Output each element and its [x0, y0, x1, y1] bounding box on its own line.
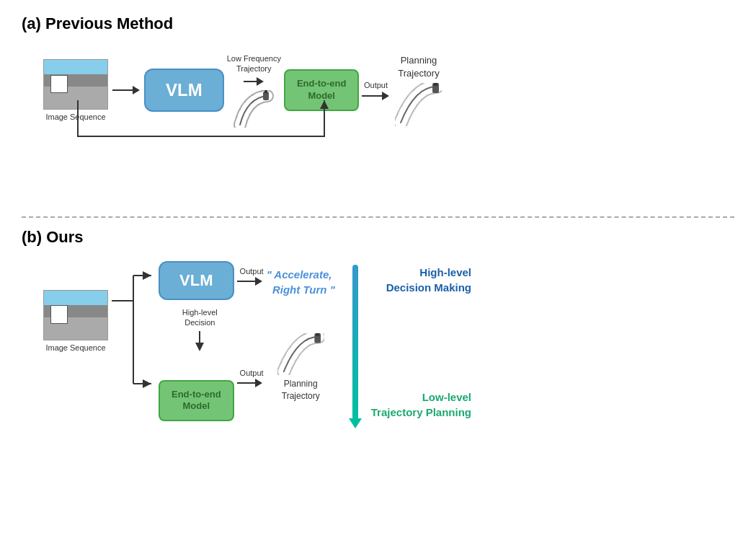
- high-level-making-label: High-levelDecision Making: [371, 265, 471, 295]
- planning-traj-label-a: PlanningTrajectory: [398, 54, 439, 80]
- svg-rect-3: [434, 83, 437, 86]
- part-b-e2e-box: End-to-endModel: [159, 380, 234, 422]
- part-b-image-group: Image Sequence: [43, 290, 108, 352]
- planning-traj-a: PlanningTrajectory: [395, 54, 442, 126]
- part-b-image-label: Image Sequence: [45, 343, 105, 352]
- svg-rect-15: [316, 333, 319, 336]
- section-divider: [22, 216, 734, 218]
- part-a-vlm-box: VLM: [144, 69, 224, 112]
- svg-marker-13: [195, 343, 204, 351]
- down-arrow-hl: [194, 331, 205, 351]
- diagram-container: (a) Previous Method Image Sequence VLM: [0, 0, 756, 546]
- part-b-label: (b) Ours: [22, 228, 734, 247]
- arrow-1a: [112, 86, 140, 94]
- planning-traj-label-b: PlanningTrajectory: [282, 378, 320, 402]
- hl-decision-label-b: High-levelDecision: [166, 307, 234, 351]
- far-right-labels: High-levelDecision Making Low-levelTraje…: [371, 265, 471, 420]
- part-a-label: (a) Previous Method: [22, 14, 734, 33]
- output-label-a: Output: [364, 81, 388, 89]
- part-a-e2e-box: End-to-endModel: [284, 69, 360, 111]
- vlm-output-group: Output: [237, 267, 264, 286]
- lf-traj-label: Low FrequencyTrajectory: [227, 53, 281, 74]
- output-arrows-b: Output Output: [237, 267, 264, 387]
- vert-gradient-bar: [352, 265, 358, 420]
- part-a-image: [43, 59, 108, 110]
- part-b-section: (b) Ours Image Sequence: [22, 228, 734, 495]
- low-level-plan-label: Low-levelTrajectory Planning: [371, 389, 471, 420]
- part-a-image-label: Image Sequence: [45, 113, 105, 121]
- accel-text: " Accelerate, Right Turn ": [267, 267, 335, 297]
- lf-road-icon: [233, 90, 275, 128]
- output-group-a: Output: [362, 81, 389, 100]
- e2e-output-group: Output: [237, 369, 264, 387]
- lf-traj-group: Low FrequencyTrajectory: [227, 53, 281, 128]
- output-label-e2e: Output: [240, 369, 264, 377]
- svg-marker-8: [143, 271, 151, 280]
- split-arrows-b: [108, 261, 159, 405]
- part-b-image: [43, 290, 108, 340]
- svg-rect-1: [264, 90, 267, 93]
- planning-road-icon-a: [395, 83, 442, 126]
- part-b-vlm-box: VLM: [159, 261, 234, 300]
- part-a-image-group: Image Sequence: [43, 59, 108, 121]
- planning-road-icon-b: [277, 333, 324, 375]
- vert-bar-arrowhead: [349, 418, 362, 428]
- output-label-vlm: Output: [240, 267, 264, 276]
- center-boxes-b: VLM High-levelDecision End-to-endModel: [159, 261, 234, 421]
- part-a-section: (a) Previous Method Image Sequence VLM: [22, 14, 734, 209]
- vert-bar-group: [352, 265, 358, 420]
- svg-marker-11: [143, 379, 151, 388]
- right-content-b: " Accelerate, Right Turn " PlanningTraje…: [267, 267, 335, 402]
- planning-traj-b-group: PlanningTrajectory: [267, 333, 335, 402]
